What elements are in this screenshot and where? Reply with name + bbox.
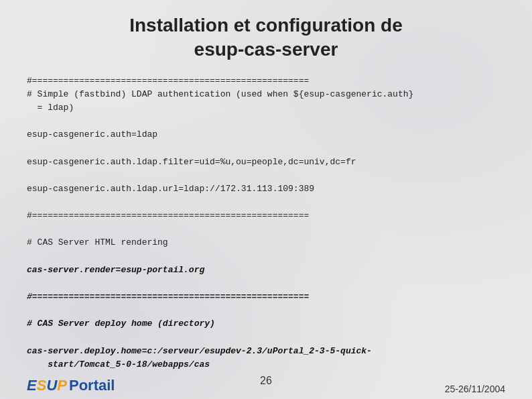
logo-p: P — [57, 377, 67, 394]
separator1: #=======================================… — [27, 74, 505, 88]
line1: esup-casgeneric.auth=ldap — [27, 128, 505, 141]
logo-u: U — [46, 377, 57, 394]
date-text: 25-26/11/2004 — [445, 384, 505, 394]
line2: esup-casgeneric.auth.ldap.filter=uid=%u,… — [27, 156, 505, 169]
content-area: #=======================================… — [27, 74, 505, 372]
separator3: #=======================================… — [27, 290, 505, 304]
comment1b: = ldap) — [27, 101, 505, 115]
line5: cas-server.deploy.home=c:/serveur/esupde… — [27, 345, 505, 358]
logo-e: E — [27, 377, 37, 394]
title-area: Installation et configuration de esup-ca… — [27, 13, 505, 62]
blank2 — [27, 141, 505, 155]
blank5 — [27, 223, 505, 236]
title-line1: Installation et configuration de — [129, 15, 403, 36]
blank7 — [27, 277, 505, 290]
blank3 — [27, 169, 505, 182]
blank1 — [27, 115, 505, 128]
comment1: # Simple (fastbind) LDAP authentication … — [27, 88, 505, 101]
comment3: # CAS Server deploy home (directory) — [27, 317, 505, 331]
slide-title: Installation et configuration de esup-ca… — [27, 13, 505, 62]
comment2: # CAS Server HTML rendering — [27, 236, 505, 249]
title-line2: esup-cas-server — [194, 39, 338, 60]
line4: cas-server.render=esup-portail.org — [27, 264, 505, 277]
slide: Installation et configuration de esup-ca… — [0, 0, 532, 399]
separator2: #=======================================… — [27, 209, 505, 223]
blank8 — [27, 304, 505, 317]
line5b: start/Tomcat_5-0-18/webapps/cas — [27, 358, 505, 372]
logo-portail: Portail — [69, 377, 115, 394]
blank6 — [27, 250, 505, 264]
line3: esup-casgeneric.auth.ldap.url=ldap://172… — [27, 182, 505, 196]
page-number: 26 — [260, 375, 272, 387]
blank9 — [27, 331, 505, 344]
blank4 — [27, 196, 505, 209]
logo-s: S — [37, 377, 47, 394]
logo-esup: ESUP — [27, 377, 67, 394]
logo-area: ESUP Portail — [27, 377, 115, 394]
